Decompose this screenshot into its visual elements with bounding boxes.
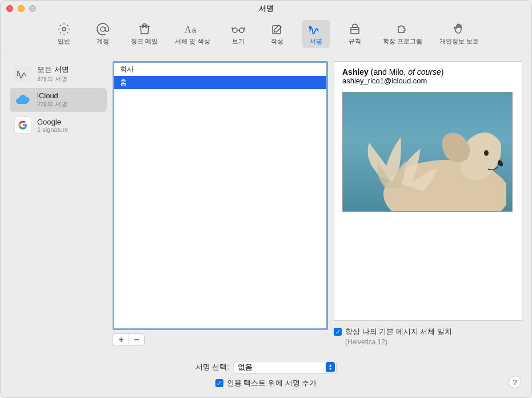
sidebar-title: iCloud — [37, 91, 67, 100]
signature-italic: of course — [408, 67, 441, 77]
compose-icon — [269, 22, 285, 36]
content-area: 모든 서명 3개의 서명 iCloud 2개의 서명 Google — [1, 54, 531, 353]
svg-point-5 — [239, 28, 244, 33]
add-signature-button[interactable] — [113, 333, 129, 346]
puzzle-icon — [394, 22, 410, 36]
toolbar-label: 계정 — [97, 37, 109, 46]
match-font-label: 항상 나의 기본 메시지 서체 일치 — [345, 327, 452, 337]
toolbar-viewing[interactable]: 보기 — [224, 20, 253, 48]
sidebar-item-all-signatures[interactable]: 모든 서명 3개의 서명 — [10, 61, 107, 87]
signature-list-item[interactable]: 회사 — [114, 63, 326, 76]
toolbar-accounts[interactable]: 계정 — [89, 20, 117, 48]
signature-image — [342, 92, 513, 212]
hand-icon — [451, 22, 467, 36]
window-title: 서명 — [259, 3, 274, 14]
choose-signature-label: 서명 선택: — [195, 362, 229, 372]
toolbar-label: 서명 — [310, 37, 322, 46]
toolbar-extensions[interactable]: 확장 프로그램 — [379, 20, 426, 48]
google-icon — [14, 116, 31, 134]
sidebar-item-google[interactable]: Google 1 signature — [10, 113, 107, 137]
toolbar-fonts[interactable]: Aa 서체 및 색상 — [171, 20, 213, 48]
signature-name-line: Ashley (and Milo, of course) — [342, 67, 514, 77]
sidebar-title: 모든 서명 — [37, 65, 69, 75]
sidebar-text: Google 1 signature — [37, 118, 68, 133]
svg-point-9 — [484, 150, 489, 156]
at-icon — [95, 22, 111, 36]
close-button[interactable] — [6, 5, 13, 12]
toolbar-rules[interactable]: 규칙 — [341, 20, 369, 48]
signature-list-item[interactable]: 홈 — [114, 76, 326, 89]
zoom-button[interactable] — [29, 5, 36, 12]
select-arrows-icon: ▲▼ — [326, 362, 335, 372]
cloud-icon — [14, 91, 31, 108]
minimize-button[interactable] — [18, 5, 25, 12]
preview-options: ✓ 항상 나의 기본 메시지 서체 일치 (Helvetica 12) — [334, 327, 522, 346]
match-font-checkbox-row[interactable]: ✓ 항상 나의 기본 메시지 서체 일치 — [334, 327, 522, 337]
place-above-checkbox-row[interactable]: ✓ 인용 텍스트 위에 서명 추가 — [215, 378, 317, 388]
sidebar-subtitle: 1 signature — [37, 126, 68, 133]
signature-email: ashley_rico1@icloud.com — [342, 77, 514, 85]
sidebar-text: iCloud 2개의 서명 — [37, 91, 67, 108]
select-value: 없음 — [238, 362, 253, 372]
trash-icon — [137, 22, 153, 36]
toolbar-label: 작성 — [271, 37, 283, 46]
accounts-sidebar: 모든 서명 3개의 서명 iCloud 2개의 서명 Google — [10, 61, 107, 346]
signature-paren: ) — [441, 67, 444, 77]
gear-icon — [56, 22, 72, 36]
signature-preview-panel: Ashley (and Milo, of course) ashley_rico… — [334, 61, 522, 346]
preferences-window: 서명 일반 계정 정크 메일 Aa 서체 및 색상 — [0, 0, 532, 398]
svg-text:A: A — [185, 25, 191, 34]
toolbar-label: 확장 프로그램 — [383, 37, 422, 46]
toolbar-label: 서체 및 색상 — [175, 37, 210, 46]
toolbar-label: 정크 메일 — [131, 37, 158, 46]
remove-signature-button[interactable] — [129, 333, 145, 346]
glasses-icon — [230, 22, 246, 36]
help-button[interactable]: ? — [509, 376, 521, 388]
list-controls — [113, 333, 328, 346]
signature-name-bold: Ashley — [342, 67, 369, 77]
place-above-label: 인용 텍스트 위에 서명 추가 — [227, 378, 317, 388]
font-info: (Helvetica 12) — [345, 338, 522, 346]
toolbar-junk[interactable]: 정크 메일 — [127, 20, 161, 48]
toolbar-privacy[interactable]: 개인정보 보호 — [436, 20, 482, 48]
sidebar-text: 모든 서명 3개의 서명 — [37, 65, 69, 83]
toolbar-label: 일반 — [58, 37, 70, 46]
toolbar-composing[interactable]: 작성 — [263, 20, 291, 48]
titlebar: 서명 — [1, 1, 531, 17]
signature-icon — [308, 22, 324, 36]
svg-point-4 — [233, 28, 237, 33]
svg-text:a: a — [192, 26, 197, 34]
sidebar-title: Google — [37, 118, 68, 126]
rules-icon — [347, 22, 363, 36]
font-icon: Aa — [185, 22, 201, 36]
checkbox-checked-icon: ✓ — [334, 328, 342, 336]
signature-paren: (and Milo, — [369, 67, 408, 77]
window-controls — [6, 5, 36, 12]
bottom-controls: 서명 선택: 없음 ▲▼ ✓ 인용 텍스트 위에 서명 추가 ? — [1, 353, 531, 397]
choose-signature-row: 서명 선택: 없음 ▲▼ — [195, 361, 337, 373]
signature-list[interactable]: 회사 홈 — [113, 61, 328, 330]
checkbox-checked-icon: ✓ — [215, 379, 223, 387]
choose-signature-select[interactable]: 없음 ▲▼ — [234, 361, 337, 373]
signature-list-panel: 회사 홈 — [113, 61, 328, 346]
toolbar-label: 개인정보 보호 — [439, 37, 479, 46]
svg-point-0 — [62, 27, 66, 31]
signature-icon — [14, 66, 31, 83]
sidebar-subtitle: 3개의 서명 — [37, 75, 69, 83]
dog-image-icon — [358, 103, 506, 211]
toolbar-general[interactable]: 일반 — [50, 20, 78, 48]
toolbar-signatures[interactable]: 서명 — [302, 20, 330, 48]
preferences-toolbar: 일반 계정 정크 메일 Aa 서체 및 색상 보기 — [1, 17, 531, 54]
sidebar-item-icloud[interactable]: iCloud 2개의 서명 — [10, 88, 107, 112]
toolbar-label: 규칙 — [349, 37, 361, 46]
toolbar-label: 보기 — [232, 37, 245, 46]
sidebar-subtitle: 2개의 서명 — [37, 100, 67, 108]
svg-point-1 — [101, 27, 105, 31]
signature-editor[interactable]: Ashley (and Milo, of course) ashley_rico… — [334, 61, 522, 321]
svg-rect-7 — [351, 27, 359, 34]
